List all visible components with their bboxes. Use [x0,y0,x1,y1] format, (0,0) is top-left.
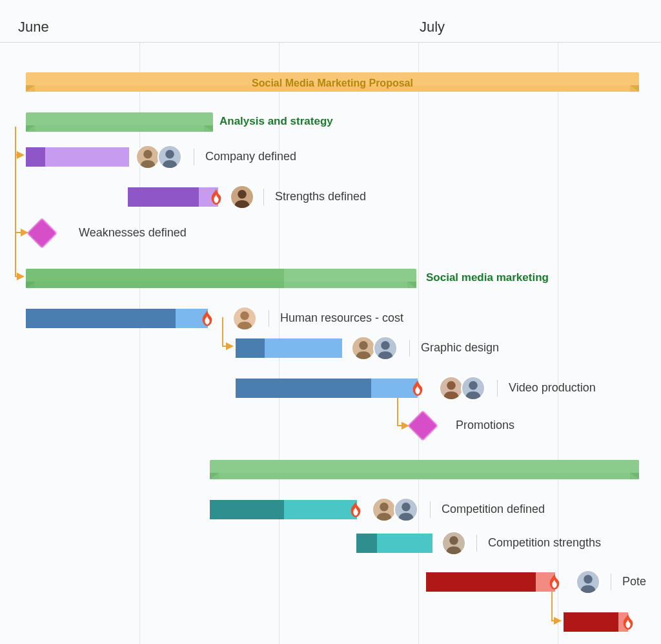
group-label-analysis: Analysis and strategy [219,115,333,128]
fire-icon [209,189,223,205]
fire-icon [349,501,363,518]
task-label-strengths: Strengths defined [275,190,366,203]
svg-point-0 [143,150,152,159]
task-bar-last[interactable] [564,612,628,632]
svg-point-4 [359,341,368,350]
avatar-icon[interactable] [442,531,466,556]
avatar-icon[interactable] [351,336,376,360]
task-bar-graphic[interactable] [236,338,342,358]
svg-point-9 [402,503,411,512]
avatar-icon[interactable] [439,376,463,400]
svg-point-5 [381,341,390,350]
avatar-icon[interactable] [461,376,485,400]
month-label-july: July [420,19,445,36]
separator [194,149,194,165]
task-label-promotions: Promotions [456,419,514,432]
avatar-icon[interactable] [232,306,257,331]
separator [430,501,431,518]
task-label-company: Company defined [205,150,296,163]
fire-icon [547,574,562,590]
month-label-june: June [18,19,49,36]
svg-point-10 [449,536,458,545]
task-bar-pote[interactable] [426,572,555,592]
project-title: Social Media Marketing Proposal [26,74,639,93]
project-summary-bar[interactable]: Social Media Marketing Proposal [26,72,639,92]
svg-point-1 [165,150,174,159]
group-bar-smm[interactable] [26,269,416,288]
avatar-icon[interactable] [158,145,182,169]
task-bar-strengths[interactable] [128,187,218,207]
avatar-icon[interactable] [394,497,418,522]
svg-point-6 [447,381,456,390]
fire-icon [411,380,425,397]
svg-point-2 [238,190,247,199]
task-label-weaknesses: Weaknesses defined [79,226,187,240]
separator [263,189,264,205]
task-bar-hr[interactable] [26,309,208,328]
task-label-compdef: Competition defined [442,503,545,516]
svg-point-7 [469,381,478,390]
task-bar-compstr[interactable] [356,534,432,553]
group-bar-competition[interactable] [210,460,639,479]
avatar-icon[interactable] [372,497,396,522]
avatar-icon[interactable] [576,570,600,594]
milestone-promotions[interactable] [407,410,438,441]
group-bar-analysis[interactable] [26,112,213,132]
svg-point-11 [584,575,593,584]
svg-point-3 [240,311,249,320]
task-bar-video[interactable] [236,379,418,398]
milestone-weaknesses[interactable] [26,218,57,249]
avatar-icon[interactable] [373,336,398,360]
task-label-graphic: Graphic design [421,341,499,355]
separator [476,535,477,552]
task-label-video: Video production [509,381,596,395]
svg-point-8 [380,503,389,512]
task-label-hr: Human resources - cost [280,311,403,325]
separator [611,574,611,590]
task-label-compstr: Competition strengths [488,536,601,550]
fire-icon [200,310,214,327]
fire-icon [621,614,635,630]
separator [269,310,269,327]
avatar-icon[interactable] [136,145,160,169]
task-bar-company[interactable] [26,147,129,167]
task-bar-compdef[interactable] [210,500,357,519]
group-label-smm: Social media marketing [426,271,549,284]
separator [497,380,498,397]
task-label-pote: Pote [622,575,646,588]
timeline-header: June July [0,0,661,43]
separator [409,340,410,357]
avatar-icon[interactable] [230,185,254,209]
